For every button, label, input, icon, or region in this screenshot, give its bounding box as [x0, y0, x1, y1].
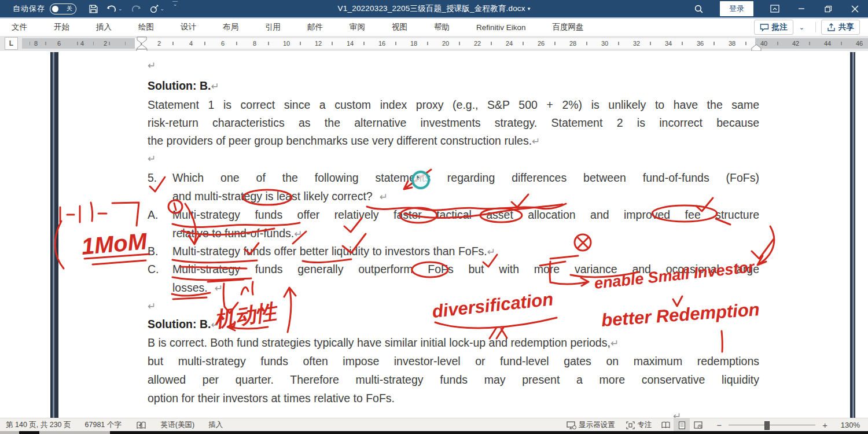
document-line[interactable]: risk-return characteristics as the alter… [148, 113, 759, 132]
title-bar: 自动保存 关 ⌄ [0, 0, 868, 19]
document-line[interactable]: allowed per quarter. Therefore multi-str… [148, 370, 759, 389]
close-button[interactable] [841, 0, 868, 17]
ribbon-tab-布局[interactable]: 布局 [209, 19, 252, 36]
minimize-button[interactable] [788, 0, 815, 17]
word-window: 自动保存 关 ⌄ [0, 0, 868, 434]
redo-icon [131, 4, 141, 13]
ribbon-tab-百度网盘[interactable]: 百度网盘 [539, 19, 597, 36]
document-line[interactable]: and multi-strategy is least likely corre… [172, 187, 759, 205]
print-layout-button[interactable] [674, 418, 690, 432]
ruler-number: 28 [568, 39, 578, 47]
undo-button[interactable]: ⌄ [102, 0, 127, 17]
document-line[interactable]: 5.Which one of the following statements … [148, 168, 759, 187]
share-button[interactable]: 共享 [821, 20, 860, 35]
document-line[interactable]: Solution: B.↵ [148, 76, 759, 95]
document-line[interactable]: ↵ [148, 149, 759, 167]
ribbon-tab-设计[interactable]: 设计 [167, 19, 209, 36]
document-line[interactable]: B is correct. Both fund strategies typic… [148, 333, 759, 352]
document-line[interactable]: Solution: B.↵ [148, 315, 759, 333]
share-label: 共享 [838, 22, 854, 32]
document-line[interactable]: B.Multi-strategy funds offer better liqu… [148, 242, 759, 260]
toggle-knob-icon [52, 6, 58, 12]
ruler-number: 8 [32, 39, 39, 47]
ruler-number: 16 [377, 39, 387, 47]
ruler-number: 24 [504, 39, 514, 47]
document-line[interactable]: Statement 1 is correct since a custom in… [148, 95, 759, 114]
ruler-number: 32 [631, 39, 642, 47]
document-page[interactable]: ↵Solution: B.↵Statement 1 is correct sin… [0, 51, 868, 418]
redo-button[interactable] [127, 0, 145, 17]
zoom-slider[interactable] [729, 425, 815, 425]
touch-draw-button[interactable]: ⌄ [145, 0, 169, 17]
ribbon-tab-帮助[interactable]: 帮助 [421, 19, 463, 36]
ribbon-tab-视图[interactable]: 视图 [378, 19, 421, 36]
list-marker: B. [148, 242, 158, 260]
paragraph-mark: ↵ [532, 136, 540, 147]
restore-icon [825, 5, 832, 13]
document-line[interactable]: the providers of peer group benchmarks u… [148, 131, 759, 150]
document-line[interactable]: option for their investors at times rela… [148, 389, 759, 407]
word-count[interactable]: 67981 个字 [77, 418, 127, 432]
undo-icon [106, 4, 117, 13]
web-layout-icon [694, 421, 703, 429]
ruler-number: 42 [790, 39, 801, 47]
ribbon-tab-引用[interactable]: 引用 [252, 19, 294, 36]
save-button[interactable] [84, 0, 102, 17]
insert-mode-indicator[interactable]: 插入 [200, 418, 229, 432]
ruler-band[interactable]: 8642246810121416182022242628303234363840… [22, 38, 868, 49]
read-mode-button[interactable] [657, 418, 674, 432]
focus-button[interactable]: 专注 [620, 418, 657, 432]
zoom-out-button[interactable]: − [714, 420, 724, 430]
autosave-label: 自动保存 [13, 3, 45, 14]
document-line[interactable]: ↵ [148, 296, 759, 315]
document-line[interactable]: A.Multi-strategy funds offer relatively … [148, 205, 759, 224]
ribbon-tab-Refinitiv Eikon[interactable]: Refinitiv Eikon [463, 19, 539, 36]
search-button[interactable] [685, 0, 712, 17]
ribbon-tab-文件[interactable]: 文件 [0, 19, 41, 36]
paragraph-mark: ↵ [148, 60, 156, 71]
ruler-number: 18 [409, 39, 419, 47]
ruler-number: 46 [854, 39, 865, 47]
qat-overflow-button[interactable]: — ⌄ [168, 0, 182, 17]
ruler-number: 30 [599, 39, 610, 47]
proofing-button[interactable] [127, 418, 152, 432]
comments-dropdown-icon[interactable]: ⌄ [793, 24, 810, 31]
status-bar: 第 140 页, 共 230 页 67981 个字 英语(美国) 插入 显示器设… [0, 418, 868, 432]
page-indicator[interactable]: 第 140 页, 共 230 页 [0, 418, 77, 432]
close-icon [851, 5, 859, 13]
ribbon-tab-插入[interactable]: 插入 [83, 19, 125, 36]
restore-button[interactable] [815, 0, 841, 17]
ribbon-tab-邮件[interactable]: 邮件 [294, 19, 336, 36]
ruler-number: 6 [56, 39, 62, 47]
document-line[interactable]: relative to fund-of-funds.↵ [172, 224, 759, 242]
autosave-toggle[interactable]: 关 [50, 3, 76, 14]
document-line[interactable]: ↵ [148, 56, 759, 74]
paragraph-mark: ↵ [294, 229, 302, 240]
touch-pen-icon [149, 4, 159, 14]
ribbon-display-options-button[interactable] [762, 0, 788, 17]
ruler-number: 6 [219, 39, 226, 47]
paragraph-mark: ↵ [487, 247, 495, 258]
touch-draw-dropdown-icon: ⌄ [160, 6, 165, 12]
ribbon-display-options-icon [770, 5, 779, 13]
paragraph-mark: ↵ [148, 301, 156, 312]
document-line[interactable]: C.Multi-strategy funds generally outperf… [148, 260, 759, 278]
display-settings-button[interactable]: 显示器设置 [561, 418, 621, 432]
search-icon [694, 4, 704, 14]
ribbon-tab-开始[interactable]: 开始 [41, 19, 83, 36]
ruler-number: 36 [695, 39, 705, 47]
comments-button[interactable]: 批注 [754, 20, 793, 35]
language-indicator[interactable]: 英语(美国) [152, 418, 200, 432]
ribbon-tab-审阅[interactable]: 审阅 [336, 19, 378, 36]
divider [815, 22, 816, 32]
zoom-slider-thumb[interactable] [764, 421, 770, 430]
ribbon-tab-绘图[interactable]: 绘图 [125, 19, 167, 36]
zoom-percentage[interactable]: 130% [830, 421, 868, 429]
web-layout-button[interactable] [690, 418, 706, 432]
list-marker: 5. [148, 168, 157, 187]
document-line[interactable]: but multi-strategy funds often impose in… [148, 352, 759, 370]
tab-selector[interactable]: L [5, 37, 18, 50]
zoom-in-button[interactable]: + [820, 420, 830, 430]
login-button[interactable]: 登录 [720, 1, 753, 16]
document-line[interactable]: losses.↵ [172, 278, 759, 297]
